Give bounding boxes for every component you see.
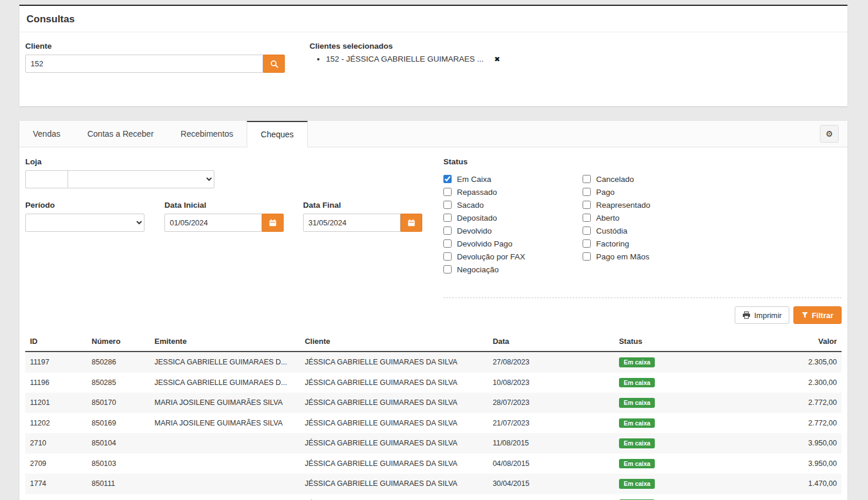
- data-final-input[interactable]: [303, 214, 401, 232]
- loja-field: Loja: [25, 157, 443, 188]
- page: Consultas Cliente Clientes selecionados: [19, 5, 847, 500]
- cell-data: 17/04/2015: [488, 494, 614, 500]
- checkbox-pago[interactable]: [583, 188, 591, 196]
- checkbox-depositado[interactable]: [443, 214, 452, 222]
- cell-emitente: [150, 474, 300, 494]
- cell-numero: 850103: [87, 454, 150, 474]
- status-badge: Em caixa: [619, 438, 655, 448]
- gear-icon: ⚙: [826, 129, 833, 138]
- status-option-repassado[interactable]: Repassado: [443, 185, 583, 198]
- client-search-block: Cliente: [25, 42, 304, 73]
- data-final-label: Data Final: [303, 201, 422, 210]
- status-badge: Em caixa: [619, 459, 655, 469]
- status-option-devolvido[interactable]: Devolvido: [443, 224, 583, 237]
- tab-cheques[interactable]: Cheques: [247, 121, 308, 147]
- checkbox-sacado[interactable]: [443, 201, 452, 209]
- cell-emitente: [150, 454, 300, 474]
- selected-client-item: 152 - JÉSSICA GABRIELLE GUIMARAES ... ✖: [326, 55, 500, 63]
- checkbox-factoring[interactable]: [583, 239, 591, 248]
- cell-data: 11/08/2015: [488, 433, 614, 454]
- checkbox-reapresentado[interactable]: [583, 201, 591, 209]
- cell-cliente: JÉSSICA GABRIELLE GUIMARAES DA SILVA: [300, 373, 488, 393]
- status-option-label: Sacado: [457, 201, 484, 210]
- checkbox-repassado[interactable]: [443, 188, 452, 196]
- table-header-row: ID Número Emitente Cliente Data Status V…: [25, 332, 842, 352]
- checkbox-devolucao-por-fax[interactable]: [443, 252, 452, 261]
- client-search-area: Cliente Clientes selecionados 152 - JÉS: [19, 32, 847, 106]
- table-row[interactable]: 11201 850170 MARIA JOSILENE GUIMARÃES SI…: [25, 393, 842, 413]
- status-columns: Em Caixa Repassado Sacado: [443, 173, 842, 276]
- cheques-table: ID Número Emitente Cliente Data Status V…: [25, 332, 842, 500]
- checkbox-custodia[interactable]: [583, 227, 591, 235]
- tab-bar: Vendas Contas a Receber Recebimentos Che…: [19, 121, 847, 147]
- calendar-icon: [269, 219, 277, 227]
- status-option-depositado[interactable]: Depositado: [443, 211, 583, 224]
- status-option-custodia[interactable]: Custódia: [583, 224, 722, 237]
- imprimir-button[interactable]: Imprimir: [735, 306, 789, 324]
- tab-contas-a-receber[interactable]: Contas a Receber: [74, 121, 167, 147]
- table-row[interactable]: 1774 850111 JÉSSICA GABRIELLE GUIMARAES …: [25, 474, 842, 494]
- checkbox-cancelado[interactable]: [583, 175, 591, 183]
- consultas-panel: Consultas Cliente Clientes selecionados: [19, 5, 847, 106]
- table-row[interactable]: 2709 850103 JÉSSICA GABRIELLE GUIMARAES …: [25, 454, 842, 474]
- filtrar-button[interactable]: Filtrar: [793, 306, 842, 324]
- loja-controls: [25, 170, 443, 188]
- cell-status: Em caixa: [614, 393, 741, 413]
- checkbox-devolvido[interactable]: [443, 227, 452, 235]
- clientes-selecionados-label: Clientes selecionados: [309, 42, 500, 50]
- filter-icon: [802, 312, 808, 319]
- data-inicial-calendar-button[interactable]: [262, 214, 284, 232]
- remove-client-icon[interactable]: ✖: [494, 55, 500, 63]
- checkbox-negociacao[interactable]: [443, 265, 452, 273]
- cell-status: Em caixa: [614, 352, 741, 373]
- status-option-cancelado[interactable]: Cancelado: [583, 173, 722, 185]
- data-inicial-input[interactable]: [164, 214, 262, 232]
- checkbox-em-caixa[interactable]: [443, 175, 452, 183]
- status-option-label: Reapresentado: [596, 201, 650, 210]
- table-row[interactable]: 2710 850104 JÉSSICA GABRIELLE GUIMARAES …: [25, 433, 842, 454]
- selected-client-text: 152 - JÉSSICA GABRIELLE GUIMARAES ...: [326, 55, 484, 63]
- status-option-devolvido-pago[interactable]: Devolvido Pago: [443, 237, 583, 250]
- status-column-2: Cancelado Pago Reapresentado: [583, 173, 722, 276]
- search-icon: [270, 60, 278, 68]
- cliente-search-input[interactable]: [25, 55, 263, 73]
- status-option-em-caixa[interactable]: Em Caixa: [443, 173, 583, 185]
- periodo-field: Período: [25, 201, 144, 232]
- cell-cliente: JÉSSICA GABRIELLE GUIMARAES DA SILVA: [300, 474, 488, 494]
- cell-emitente: MARIA JOSILENE GUIMARÃES SILVA: [150, 413, 300, 434]
- settings-button[interactable]: ⚙: [820, 125, 839, 143]
- status-option-negociacao[interactable]: Negociação: [443, 263, 583, 276]
- status-option-sacado[interactable]: Sacado: [443, 198, 583, 211]
- status-option-factoring[interactable]: Factoring: [583, 237, 722, 250]
- tab-vendas[interactable]: Vendas: [19, 121, 74, 147]
- status-option-label: Depositado: [457, 214, 497, 222]
- periodo-select[interactable]: [25, 214, 144, 232]
- cell-status: Em caixa: [614, 413, 741, 434]
- status-option-reapresentado[interactable]: Reapresentado: [583, 198, 722, 211]
- table-row[interactable]: 11197 850286 JESSICA GABRIELLE GUIMARAES…: [25, 352, 842, 373]
- status-option-devolucao-por-fax[interactable]: Devolução por FAX: [443, 250, 583, 263]
- table-row[interactable]: 11202 850169 MARIA JOSILENE GUIMARÃES SI…: [25, 413, 842, 434]
- table-row[interactable]: 1775 850079 JÉSSICA GABRIELLE GUIMARAES …: [25, 494, 842, 500]
- status-option-pago-em-maos[interactable]: Pago em Mãos: [583, 250, 722, 263]
- data-final-calendar-button[interactable]: [401, 214, 422, 232]
- cell-id: 2709: [25, 454, 87, 474]
- cliente-search-button[interactable]: [263, 55, 285, 73]
- filters-area: Loja Período Data Inicial: [25, 157, 842, 276]
- checkbox-aberto[interactable]: [583, 214, 591, 222]
- status-option-aberto[interactable]: Aberto: [583, 211, 722, 224]
- loja-select[interactable]: [68, 170, 214, 188]
- table-row[interactable]: 11196 850285 JESSICA GABRIELLE GUIMARAES…: [25, 373, 842, 393]
- loja-code-input[interactable]: [25, 170, 68, 188]
- calendar-icon: [408, 219, 415, 227]
- status-option-pago[interactable]: Pago: [583, 185, 722, 198]
- status-option-label: Devolução por FAX: [457, 252, 525, 261]
- tab-recebimentos[interactable]: Recebimentos: [167, 121, 247, 147]
- cell-status: Em caixa: [614, 373, 741, 393]
- status-badge: Em caixa: [619, 378, 655, 388]
- checkbox-pago-em-maos[interactable]: [583, 252, 591, 261]
- status-option-label: Pago: [596, 188, 615, 197]
- status-option-label: Factoring: [596, 239, 629, 248]
- cell-emitente: JESSICA GABRIELLE GUIMARAES D...: [150, 352, 300, 373]
- checkbox-devolvido-pago[interactable]: [443, 239, 452, 248]
